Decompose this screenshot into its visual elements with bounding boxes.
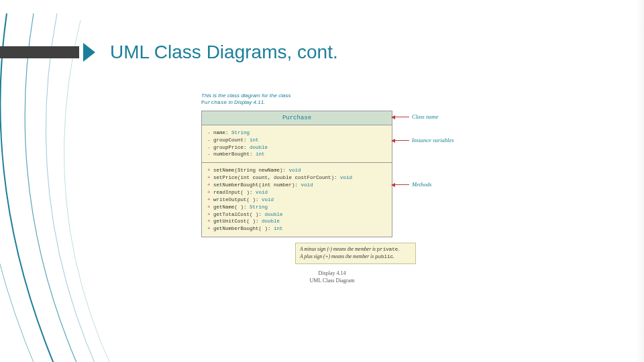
uml-method-row: + getTotalCost( ): double: [207, 211, 386, 219]
uml-class-box: Purchase - name: String- groupCount: int…: [201, 111, 392, 237]
right-edge-shadow: [636, 0, 644, 362]
slide-title: UML Class Diagrams, cont.: [110, 42, 338, 63]
uml-method-row: + getNumberBought( ): int: [207, 225, 386, 233]
uml-attributes-compartment: - name: String- groupCount: int- groupPr…: [202, 125, 392, 164]
arrow-icon: [394, 140, 409, 141]
note-line-1: A minus sign (-) means the member is pri…: [300, 246, 411, 253]
uml-class-name-compartment: Purchase: [202, 111, 392, 125]
uml-method-row: + readInput( ): void: [207, 189, 386, 196]
intro-text-2: in Display 4.11.: [227, 99, 265, 105]
uml-method-row: + setName(String newName): void: [207, 167, 386, 174]
intro-text-1: This is the class diagram for the class: [201, 93, 290, 99]
uml-method-row: + writeOutput( ): void: [207, 196, 386, 204]
uml-attribute-row: - numberBought: int: [207, 151, 386, 158]
intro-class-name: Purchase: [201, 99, 227, 105]
uml-attribute-row: - groupPrice: double: [207, 144, 386, 152]
figure-caption: Display 4.14 UML Class Diagram: [201, 269, 463, 284]
annotation-class-name: Class name: [412, 113, 438, 120]
title-bar-accent: [0, 46, 79, 58]
arrow-icon: [394, 117, 409, 117]
uml-attribute-row: - groupCount: int: [207, 137, 386, 144]
uml-attribute-row: - name: String: [207, 129, 386, 137]
note-line-2: A plus sign (+) means the member is publ…: [300, 253, 411, 261]
annotation-methods: Methods: [412, 181, 431, 188]
caption-text: UML Class Diagram: [201, 277, 463, 284]
slide-title-row: UML Class Diagrams, cont.: [0, 42, 644, 63]
annotation-instance-variables: Instance variables: [412, 137, 454, 143]
uml-method-row: + getName( ): String: [207, 204, 386, 211]
visibility-note-box: A minus sign (-) means the member is pri…: [295, 243, 416, 264]
uml-figure: This is the class diagram for the class …: [201, 93, 463, 284]
caption-number: Display 4.14: [201, 269, 463, 277]
arrow-icon: [394, 184, 409, 185]
uml-method-row: + setPrice(int count, double costForCoun…: [207, 174, 386, 182]
uml-methods-compartment: + setName(String newName): void+ setPric…: [202, 163, 392, 237]
uml-method-row: + getUnitCost( ): double: [207, 218, 386, 225]
chevron-right-icon: [83, 43, 95, 62]
figure-intro: This is the class diagram for the class …: [201, 93, 463, 107]
uml-method-row: + setNumberBought(int number): void: [207, 182, 386, 189]
